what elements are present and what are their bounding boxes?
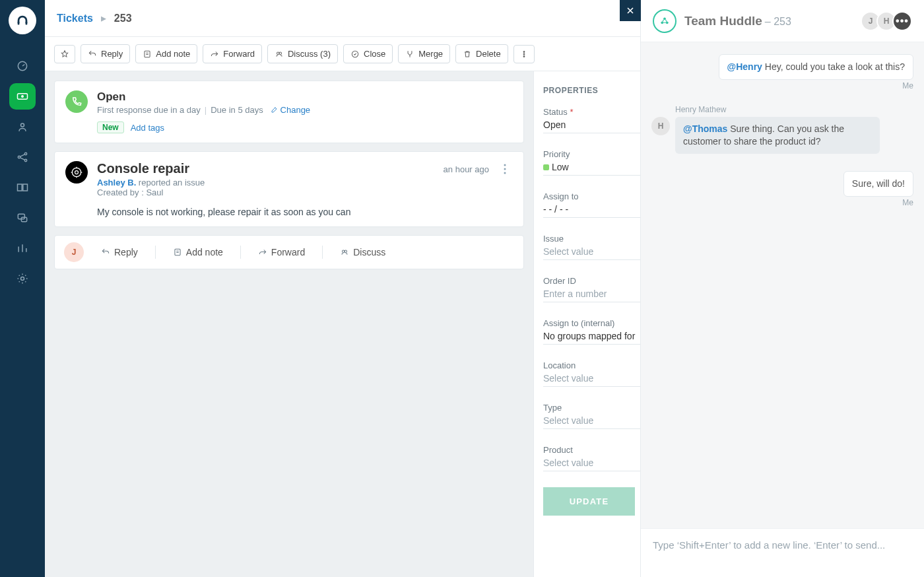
nav-chat[interactable] <box>9 205 36 231</box>
nav-tickets[interactable] <box>9 83 36 110</box>
reporter-link[interactable]: Ashley B. <box>97 178 136 187</box>
rb-discuss[interactable]: Discuss <box>336 244 389 260</box>
svg-point-27 <box>663 17 666 20</box>
team-huddle-panel: Team Huddle – 253 J H ••• @Henry Hey, co… <box>640 0 924 577</box>
field-type[interactable]: Type Select value <box>543 403 640 429</box>
phone-icon <box>65 90 88 113</box>
rb-add-note[interactable]: Add note <box>169 244 227 260</box>
properties-panel: PROPERTIES Status * Open Priority Low As… <box>533 71 640 577</box>
ticket-status: Open <box>97 90 513 104</box>
svg-point-22 <box>504 168 506 170</box>
huddle-header: Team Huddle – 253 J H ••• <box>641 0 924 42</box>
svg-point-20 <box>75 171 79 174</box>
change-sla-link[interactable]: Change <box>271 105 311 115</box>
svg-point-29 <box>666 21 669 24</box>
nav-dashboard[interactable] <box>9 53 36 79</box>
nav-solutions[interactable] <box>9 174 36 201</box>
close-label: Close <box>364 49 385 59</box>
field-assign-internal[interactable]: Assign to (internal) No groups mapped fo… <box>543 318 640 345</box>
field-location[interactable]: Location Select value <box>543 360 640 387</box>
tag-new: New <box>97 121 124 133</box>
star-button[interactable] <box>54 45 75 63</box>
huddle-message: @Henry Hey, could you take a look at thi… <box>651 54 913 90</box>
field-product[interactable]: Product Select value <box>543 445 640 471</box>
message-menu-icon[interactable] <box>497 161 513 177</box>
huddle-message-input[interactable] <box>653 539 912 551</box>
svg-point-17 <box>523 53 525 55</box>
reply-button[interactable]: Reply <box>81 44 130 63</box>
svg-rect-12 <box>145 51 150 57</box>
svg-point-5 <box>21 123 24 127</box>
field-priority[interactable]: Priority Low <box>543 149 640 176</box>
field-issue[interactable]: Issue Select value <box>543 234 640 260</box>
huddle-messages: @Henry Hey, could you take a look at thi… <box>641 42 924 528</box>
app-logo[interactable] <box>9 7 36 34</box>
svg-point-28 <box>661 21 663 24</box>
more-actions-button[interactable] <box>513 45 535 63</box>
svg-point-6 <box>18 156 20 158</box>
svg-rect-24 <box>175 249 180 255</box>
priority-dot-icon <box>543 164 549 170</box>
nav-sidebar <box>0 0 45 577</box>
add-note-button[interactable]: Add note <box>135 44 197 63</box>
discuss-button[interactable]: Discuss (3) <box>267 44 338 63</box>
merge-label: Merge <box>418 49 443 59</box>
delete-button[interactable]: Delete <box>455 44 508 63</box>
svg-rect-10 <box>21 217 26 222</box>
close-button[interactable]: Close <box>343 44 393 63</box>
svg-point-14 <box>279 52 282 55</box>
svg-point-21 <box>504 164 506 166</box>
participants-more[interactable]: ••• <box>892 11 912 31</box>
field-status[interactable]: Status * Open <box>543 107 640 133</box>
ticket-message-card: Console repair Ashley B. reported an iss… <box>54 151 524 227</box>
properties-title: PROPERTIES <box>543 86 640 95</box>
reply-label: Reply <box>101 49 123 59</box>
add-note-label: Add note <box>156 49 190 59</box>
nav-contacts[interactable] <box>9 114 36 140</box>
ticket-sla: First response due in a day|Due in 5 day… <box>97 105 513 115</box>
svg-point-8 <box>24 159 26 161</box>
nav-reports[interactable] <box>9 235 36 261</box>
message-time: an hour ago <box>444 164 489 174</box>
breadcrumb: Tickets ▸ 253 <box>45 0 640 37</box>
created-by: Created by : Saul <box>97 187 444 197</box>
huddle-subtitle: – 253 <box>765 16 791 27</box>
svg-rect-1 <box>26 22 28 25</box>
forward-button[interactable]: Forward <box>203 44 262 63</box>
add-tags-link[interactable]: Add tags <box>131 123 164 133</box>
ticket-toolbar: Reply Add note Forward Discuss (3) Close… <box>45 37 640 71</box>
delete-label: Delete <box>476 49 501 59</box>
nav-settings[interactable] <box>9 265 36 292</box>
discuss-label: Discuss (3) <box>288 49 331 59</box>
svg-point-25 <box>343 250 345 253</box>
svg-point-23 <box>504 172 506 174</box>
current-user-avatar: J <box>64 242 84 262</box>
nav-social[interactable] <box>9 144 36 170</box>
rb-forward[interactable]: Forward <box>254 244 309 260</box>
huddle-logo-icon <box>653 9 676 33</box>
field-order-id[interactable]: Order ID Enter a number <box>543 276 640 302</box>
svg-rect-0 <box>18 22 20 25</box>
svg-point-19 <box>72 168 81 176</box>
svg-point-16 <box>523 51 525 52</box>
huddle-participants[interactable]: J H ••• <box>865 11 912 31</box>
huddle-title: Team Huddle <box>684 14 762 28</box>
svg-point-7 <box>24 153 26 154</box>
breadcrumb-current: 253 <box>114 13 132 24</box>
close-huddle-button[interactable] <box>620 0 641 21</box>
huddle-message: Sure, will do! Me <box>651 171 913 207</box>
field-assign-to[interactable]: Assign to - - / - - <box>543 191 640 218</box>
ticket-status-card: Open First response due in a day|Due in … <box>54 81 524 143</box>
svg-point-18 <box>523 55 525 57</box>
rb-reply[interactable]: Reply <box>97 244 142 260</box>
sender-avatar: H <box>651 117 670 135</box>
merge-button[interactable]: Merge <box>398 44 450 63</box>
reply-bar: J Reply Add note Forward Discuss <box>54 235 524 269</box>
forward-label: Forward <box>223 49 255 59</box>
svg-point-11 <box>21 277 24 281</box>
svg-point-4 <box>22 96 24 98</box>
breadcrumb-root[interactable]: Tickets <box>57 13 93 24</box>
huddle-message: Henry Mathew H @Thomas Sure thing. Can y… <box>651 105 913 154</box>
update-button[interactable]: UPDATE <box>543 487 635 516</box>
huddle-input-area <box>641 528 924 577</box>
